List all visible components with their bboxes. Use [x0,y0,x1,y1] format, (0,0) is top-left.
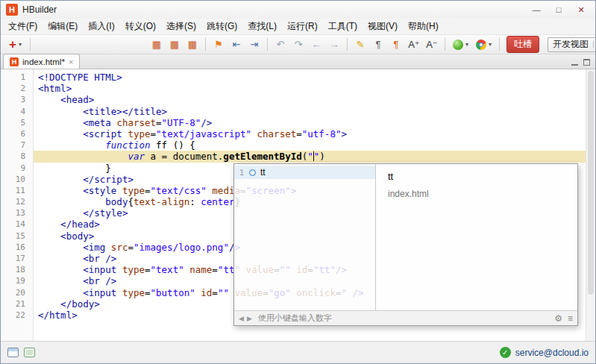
maximize-button[interactable]: □ [548,3,570,17]
toolbar-separator [30,38,31,51]
font-decrease-icon[interactable]: A⁻ [424,37,440,52]
scrollbar-thumb[interactable] [588,71,594,295]
line-number-2: 2 [1,83,33,94]
insert-table-icon[interactable]: ▦ [148,37,165,52]
line-number-12: 12 [1,196,33,207]
assist-main: 1tt tt index.html [234,164,577,310]
outdent-icon[interactable]: ⇤ [228,37,245,52]
dropdown-arrow-icon: ▾ [19,41,22,48]
assist-item-label: tt [260,167,266,178]
green-browser-icon [453,40,463,50]
line-number-10: 10 [1,174,33,185]
show-whitespace-icon[interactable]: ¶ [388,37,404,52]
bookmark-icon[interactable]: ⚑ [210,37,227,52]
run-in-browser-button[interactable]: ▾ [450,37,471,52]
line-number-15: 15 [1,230,33,242]
editor-scrollbar[interactable] [586,69,595,341]
code-line-1[interactable]: <!DOCTYPE HTML> [34,72,595,83]
window-controls: — □ ✕ [525,3,592,17]
maximize-editor-icon[interactable] [583,59,590,66]
toolbar-separator [445,38,445,51]
line-number-18: 18 [1,264,33,275]
show-paragraph-icon[interactable]: ¶ [370,37,386,52]
tab-index-html[interactable]: H index.html* × [3,54,80,69]
forward-position-icon[interactable]: → [326,37,342,52]
code-line-7[interactable]: function ff () { [34,139,595,151]
dropdown-arrow-icon: ▾ [465,41,468,48]
line-number-20: 20 [1,287,33,298]
assist-item-index: 1 [239,168,245,177]
code-line-6[interactable]: <script type="text/javascript" charset="… [34,128,595,139]
editor[interactable]: 12345678910111213141516171819202122 <!DO… [1,69,595,341]
view-mode-select[interactable]: 开发视图▼ [548,37,596,52]
indent-icon[interactable]: ⇥ [246,37,263,52]
line-number-6: 6 [1,128,33,139]
minimize-button[interactable]: — [525,3,548,17]
run-in-chrome-button[interactable]: ▾ [473,37,495,52]
view-mode-label: 开发视图 [553,38,589,51]
code-line-5[interactable]: <meta charset="UTF-8"/> [34,117,595,128]
tab-close-icon[interactable]: × [69,57,73,66]
menu-item-2[interactable]: 编辑(E) [43,19,83,34]
code-line-4[interactable]: <title></title> [34,106,595,117]
menu-item-7[interactable]: 查找(L) [242,19,282,34]
assist-tools: ⚙ ≡ [554,313,573,324]
line-number-4: 4 [1,106,33,117]
code-assist-popup: 1tt tt index.html ◀ ▶ 使用小键盘输入数字 ⚙ ≡ [233,163,578,326]
redo-icon[interactable]: ↷ [290,37,307,52]
line-number-19: 19 [1,275,33,286]
minimize-editor-icon[interactable] [571,59,578,66]
edit-preview-icon[interactable] [7,348,19,357]
assist-detail: tt index.html [376,164,577,310]
menu-item-11[interactable]: 帮助(H) [403,19,444,34]
assist-detail-subtitle: index.html [388,189,565,199]
highlighter-icon[interactable]: ✎ [352,37,368,52]
code-line-2[interactable]: <html> [34,83,595,94]
assist-statusbar: ◀ ▶ 使用小键盘输入数字 ⚙ ≡ [234,310,577,325]
settings-gear-icon[interactable]: ⚙ [554,313,562,324]
undo-icon[interactable]: ↶ [272,37,289,52]
line-number-16: 16 [1,242,33,253]
menu-item-6[interactable]: 跳转(G) [201,19,242,34]
menu-item-1[interactable]: 文件(F) [3,19,43,34]
line-number-gutter: 12345678910111213141516171819202122 [1,69,34,341]
menu-item-5[interactable]: 选择(S) [161,19,201,34]
menu-item-3[interactable]: 插入(I) [83,19,119,34]
toolbar-separator [205,38,206,51]
toolbar-separator [267,38,268,51]
complain-button[interactable]: 吐槽 [506,36,539,53]
tabbar: H index.html* × [1,54,595,69]
line-number-5: 5 [1,117,33,128]
line-number-3: 3 [1,94,33,105]
assist-detail-title: tt [388,171,565,182]
close-button[interactable]: ✕ [570,3,592,17]
service-email-link[interactable]: service@dcloud.io [515,348,589,358]
font-increase-icon[interactable]: A⁺ [406,37,422,52]
menu-item-8[interactable]: 运行(R) [282,19,323,34]
line-number-21: 21 [1,298,33,310]
assist-item-tt[interactable]: 1tt [234,166,375,179]
back-position-icon[interactable]: ← [308,37,324,52]
insert-image-icon[interactable]: ▦ [166,37,183,52]
statusbar: ✓ service@dcloud.io [1,341,595,363]
menu-item-4[interactable]: 转义(O) [120,19,161,34]
assist-prev-icon[interactable]: ◀ [239,315,244,322]
insert-list-icon[interactable]: ▦ [184,37,201,52]
window-title: HBuilder [22,4,57,15]
assist-menu-icon[interactable]: ≡ [568,313,573,324]
line-number-7: 7 [1,139,33,151]
web-view-icon[interactable] [24,348,35,357]
assist-next-icon[interactable]: ▶ [247,315,252,322]
code-line-8[interactable]: var a = document.getElementById("") [34,151,595,162]
code-line-3[interactable]: <head> [34,94,595,105]
menu-item-9[interactable]: 工具(T) [323,19,363,34]
new-file-button[interactable]: +▾ [5,37,25,52]
variable-icon [249,169,256,176]
hbuilder-logo-icon: H [6,4,18,16]
service-area: ✓ service@dcloud.io [500,347,589,358]
menu-item-10[interactable]: 视图(V) [363,19,403,34]
line-number-22: 22 [1,310,33,321]
line-number-8: 8 [1,151,33,162]
toolbar-separator [499,38,500,51]
line-number-1: 1 [1,72,33,83]
